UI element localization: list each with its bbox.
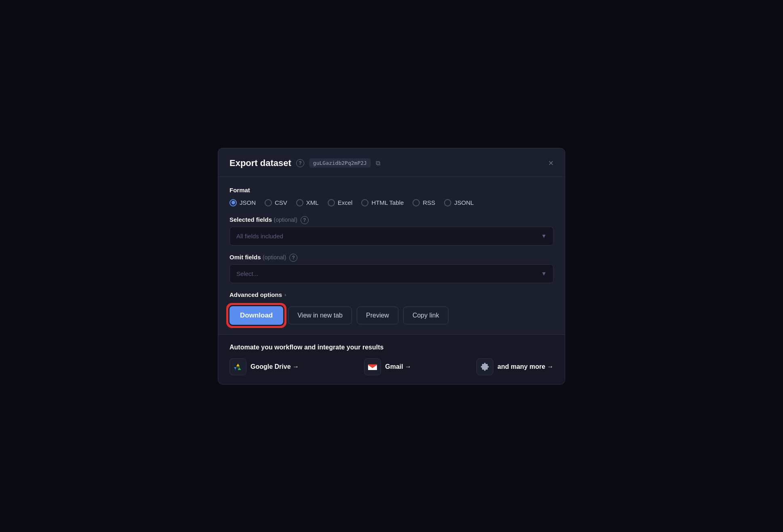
format-option-excel[interactable]: Excel (328, 199, 353, 206)
copy-link-button[interactable]: Copy link (403, 307, 448, 324)
gmail-svg-icon (368, 363, 377, 371)
advanced-options-chevron: › (284, 292, 286, 298)
format-label: Format (229, 187, 554, 193)
integration-row: Google Drive → (229, 358, 554, 375)
action-buttons-row: Download View in new tab Preview Copy li… (229, 306, 554, 325)
download-button[interactable]: Download (229, 306, 283, 325)
puzzle-svg-icon (480, 362, 490, 372)
modal-footer: Automate you workflow and integrate your… (218, 334, 565, 384)
dataset-id-badge: guLGazidb2Pq2mP2J (309, 158, 371, 168)
radio-html[interactable] (361, 199, 368, 206)
modal-backdrop: Export dataset ? guLGazidb2Pq2mP2J ⧉ × F… (0, 0, 783, 532)
format-option-json[interactable]: JSON (229, 199, 256, 206)
radio-rss[interactable] (413, 199, 420, 206)
omit-fields-optional: (optional) (263, 254, 288, 261)
view-new-tab-button[interactable]: View in new tab (288, 307, 352, 324)
preview-button[interactable]: Preview (357, 307, 398, 324)
radio-xml[interactable] (296, 199, 303, 206)
radio-csv[interactable] (265, 199, 272, 206)
format-option-rss[interactable]: RSS (413, 199, 435, 206)
integration-more[interactable]: and many more → (476, 358, 554, 375)
advanced-options-toggle[interactable]: Advanced options › (229, 291, 554, 298)
selected-fields-help-icon[interactable]: ? (301, 216, 309, 224)
download-button-wrapper: Download (229, 306, 283, 325)
omit-fields-placeholder: Select... (236, 270, 258, 277)
modal-body: Format JSON CSV XML Excel (218, 177, 565, 334)
selected-fields-chevron: ▼ (541, 233, 547, 239)
help-icon[interactable]: ? (296, 159, 304, 167)
format-option-xml[interactable]: XML (296, 199, 319, 206)
copy-icon[interactable]: ⧉ (376, 160, 380, 167)
selected-fields-dropdown[interactable]: All fields included ▼ (229, 227, 554, 246)
footer-title: Automate you workflow and integrate your… (229, 344, 554, 351)
modal-title: Export dataset (229, 158, 291, 168)
modal-header: Export dataset ? guLGazidb2Pq2mP2J ⧉ × (218, 148, 565, 177)
omit-fields-label: Omit fields (229, 254, 261, 261)
format-option-jsonl[interactable]: JSONL (444, 199, 474, 206)
gmail-label: Gmail → (385, 363, 411, 370)
selected-fields-placeholder: All fields included (236, 233, 283, 240)
radio-json[interactable] (229, 199, 237, 206)
google-drive-label: Google Drive → (250, 363, 299, 370)
selected-fields-optional: (optional) (274, 217, 299, 223)
more-label: and many more → (497, 363, 554, 370)
omit-fields-chevron: ▼ (541, 270, 547, 277)
gmail-icon-box (364, 358, 381, 375)
google-drive-svg-icon (233, 362, 243, 372)
close-button[interactable]: × (548, 159, 554, 168)
radio-excel[interactable] (328, 199, 335, 206)
radio-jsonl[interactable] (444, 199, 451, 206)
puzzle-icon-box (476, 358, 493, 375)
format-option-html[interactable]: HTML Table (361, 199, 404, 206)
google-drive-icon-box (229, 358, 246, 375)
integration-google-drive[interactable]: Google Drive → (229, 358, 299, 375)
omit-fields-help-icon[interactable]: ? (289, 254, 297, 262)
format-option-csv[interactable]: CSV (265, 199, 287, 206)
selected-fields-label: Selected fields (229, 216, 272, 223)
export-dataset-modal: Export dataset ? guLGazidb2Pq2mP2J ⧉ × F… (218, 148, 565, 385)
format-options-row: JSON CSV XML Excel HTML Table (229, 199, 554, 206)
integration-gmail[interactable]: Gmail → (364, 358, 411, 375)
advanced-options-label: Advanced options (229, 291, 282, 298)
omit-fields-dropdown[interactable]: Select... ▼ (229, 264, 554, 283)
